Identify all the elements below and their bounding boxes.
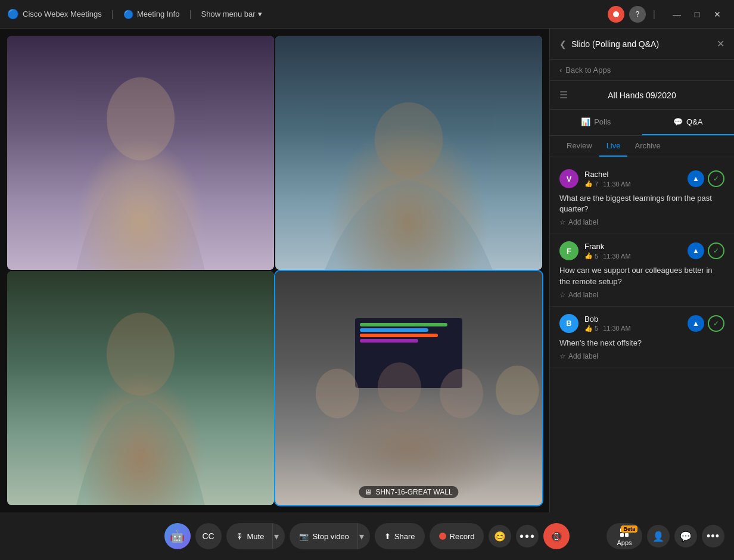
help-btn[interactable]: ? bbox=[629, 6, 646, 23]
q3-check-btn[interactable]: ✓ bbox=[708, 315, 724, 332]
q3-add-label-btn[interactable]: ☆ Add label bbox=[559, 352, 724, 360]
participant-1-video bbox=[7, 36, 274, 270]
screen-icon: 🖥 bbox=[365, 488, 372, 496]
slido-hamburger-btn[interactable]: ☰ bbox=[559, 89, 568, 101]
person-2-silhouette bbox=[275, 36, 542, 270]
q3-name-text: Bob bbox=[584, 315, 598, 323]
close-btn[interactable]: ✕ bbox=[708, 5, 727, 24]
video-tile-1[interactable] bbox=[7, 36, 274, 270]
app-dot-3 bbox=[620, 533, 624, 537]
sub-tab-live[interactable]: Live bbox=[599, 136, 628, 157]
show-menu-btn[interactable]: Show menu bar ▾ bbox=[201, 10, 262, 18]
participants-icon: 👤 bbox=[652, 531, 664, 542]
q3-name: Bob bbox=[584, 315, 682, 323]
star-icon-1: ☆ bbox=[559, 218, 566, 226]
question-item-2: F Frank 👍 5 11:30 AM bbox=[550, 234, 734, 306]
q1-time: 11:30 AM bbox=[603, 181, 630, 188]
share-btn[interactable]: ⬆ Share bbox=[375, 523, 425, 549]
cc-btn[interactable]: CC bbox=[195, 523, 222, 549]
q3-votes: 👍 5 bbox=[584, 325, 598, 332]
q1-name: Rachel bbox=[584, 170, 682, 179]
stop-video-btn-split[interactable]: 📷 Stop video ▾ bbox=[290, 523, 369, 549]
q2-text: How can we support our colleagues better… bbox=[559, 265, 724, 287]
meeting-info-icon: 🔵 bbox=[123, 10, 133, 19]
webex-ai-btn[interactable]: 🤖 bbox=[164, 523, 191, 549]
camera-icon: 📷 bbox=[299, 532, 309, 541]
q3-votes-time: 👍 5 11:30 AM bbox=[584, 325, 682, 332]
q2-check-btn[interactable]: ✓ bbox=[708, 242, 724, 259]
participants-btn[interactable]: 👤 bbox=[647, 525, 670, 547]
q3-header: B Bob 👍 5 11:30 AM bbox=[559, 314, 724, 333]
q2-vote-count: 5 bbox=[595, 253, 598, 260]
polls-bar-icon: 📊 bbox=[581, 117, 590, 126]
stop-video-chevron-btn[interactable]: ▾ bbox=[357, 523, 370, 549]
mute-label: Mute bbox=[247, 532, 265, 541]
video-tile-4[interactable]: 🖥 SHN7-16-GREAT WALL bbox=[275, 271, 542, 505]
mute-btn-main[interactable]: 🎙 Mute bbox=[226, 523, 273, 549]
q1-check-btn[interactable]: ✓ bbox=[708, 170, 724, 187]
star-icon-3: ☆ bbox=[559, 352, 566, 360]
q1-add-label-btn[interactable]: ☆ Add label bbox=[559, 218, 724, 226]
sub-tab-live-label: Live bbox=[607, 141, 621, 150]
apps-label: Apps bbox=[617, 539, 632, 546]
reactions-btn[interactable]: 😊 bbox=[489, 525, 511, 547]
q1-upvote-btn[interactable]: ▲ bbox=[688, 170, 704, 187]
stop-video-btn-main[interactable]: 📷 Stop video bbox=[290, 523, 357, 549]
sep-2: | bbox=[189, 9, 191, 20]
q3-add-label-text: Add label bbox=[568, 352, 598, 360]
slido-close-btn[interactable]: ✕ bbox=[717, 38, 724, 49]
participant-3-video bbox=[7, 271, 274, 505]
person-3-silhouette bbox=[7, 271, 274, 505]
end-call-btn[interactable]: 📵 bbox=[543, 523, 570, 549]
app-name-label: Cisco Webex Meetings bbox=[23, 10, 102, 18]
q1-add-label-text: Add label bbox=[568, 218, 598, 226]
sub-tab-review[interactable]: Review bbox=[559, 136, 599, 157]
more-options-btn[interactable]: ••• bbox=[516, 525, 539, 547]
record-btn[interactable]: Record bbox=[430, 523, 484, 549]
q2-actions: ▲ ✓ bbox=[688, 242, 724, 259]
window-controls: — □ ✕ bbox=[667, 5, 727, 24]
sep-1: | bbox=[111, 9, 114, 20]
apps-btn[interactable]: Beta Apps bbox=[607, 523, 642, 549]
q2-meta: Frank 👍 5 11:30 AM bbox=[584, 242, 682, 260]
q3-time: 11:30 AM bbox=[603, 325, 630, 332]
mute-chevron-btn[interactable]: ▾ bbox=[272, 523, 285, 549]
titlebar: 🔵 Cisco Webex Meetings | 🔵 Meeting Info … bbox=[0, 0, 734, 29]
mic-icon: 🎙 bbox=[236, 532, 244, 541]
more-icon: ••• bbox=[520, 530, 536, 543]
more-right-btn[interactable]: ••• bbox=[702, 525, 724, 547]
stop-video-label: Stop video bbox=[312, 532, 349, 541]
q3-upvote-btn[interactable]: ▲ bbox=[688, 315, 704, 332]
reactions-icon: 😊 bbox=[494, 531, 506, 542]
record-label: Record bbox=[450, 532, 475, 541]
maximize-btn[interactable]: □ bbox=[688, 5, 707, 24]
svg-point-6 bbox=[496, 366, 539, 415]
video-tile-2[interactable] bbox=[275, 36, 542, 270]
thumbs-up-icon-2: 👍 bbox=[584, 252, 593, 260]
tab-qa[interactable]: 💬 Q&A bbox=[642, 110, 735, 135]
chat-btn[interactable]: 💬 bbox=[674, 525, 697, 547]
q2-name-text: Frank bbox=[584, 242, 604, 251]
tab-polls[interactable]: 📊 Polls bbox=[550, 110, 642, 135]
minimize-icon: — bbox=[673, 10, 681, 19]
meeting-info-btn[interactable]: 🔵 Meeting Info bbox=[123, 10, 180, 19]
q1-text: What are the biggest learnings from the … bbox=[559, 193, 724, 214]
apps-beta-badge: Beta bbox=[621, 525, 637, 533]
chevron-down-icon: ▾ bbox=[258, 10, 262, 18]
q1-header: V Rachel 👍 7 11:30 AM bbox=[559, 169, 724, 188]
mute-chevron-icon: ▾ bbox=[274, 531, 279, 542]
video-tile-3[interactable] bbox=[7, 271, 274, 505]
back-to-apps-btn[interactable]: ‹ Back to Apps bbox=[550, 60, 734, 81]
svg-point-4 bbox=[378, 362, 421, 412]
record-indicator-btn[interactable] bbox=[608, 6, 624, 23]
q1-votes-time: 👍 7 11:30 AM bbox=[584, 180, 682, 188]
cc-icon: CC bbox=[202, 531, 214, 541]
minimize-btn[interactable]: — bbox=[667, 5, 686, 24]
q2-upvote-btn[interactable]: ▲ bbox=[688, 242, 704, 259]
slido-collapse-chevron[interactable]: ❮ bbox=[559, 39, 567, 49]
mute-btn-split[interactable]: 🎙 Mute ▾ bbox=[226, 523, 285, 549]
q2-votes: 👍 5 bbox=[584, 252, 598, 260]
participant-4-video bbox=[275, 271, 542, 505]
sub-tab-archive[interactable]: Archive bbox=[627, 136, 667, 157]
q2-add-label-btn[interactable]: ☆ Add label bbox=[559, 291, 724, 299]
